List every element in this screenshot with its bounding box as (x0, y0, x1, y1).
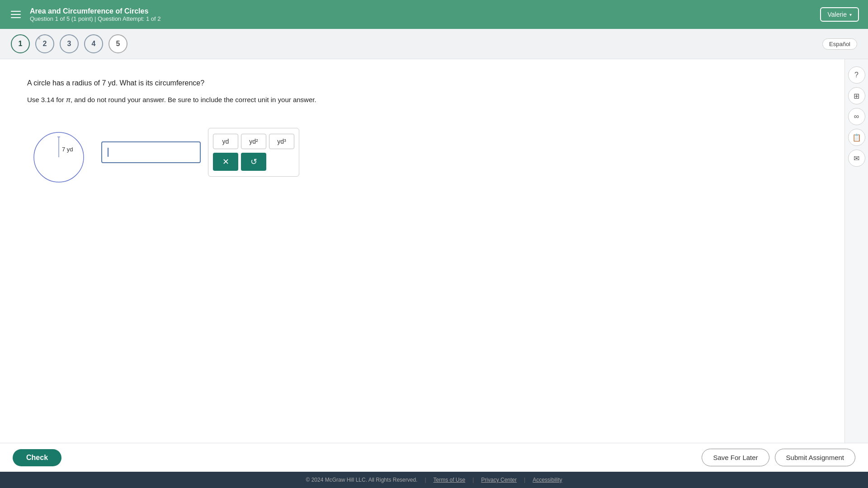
answer-area: 7 yd yd yd² yd³ (27, 123, 817, 187)
clear-icon: ✕ (222, 157, 229, 167)
chevron-down-icon: ▾ (849, 12, 852, 17)
content-wrapper: A circle has a radius of 7 yd. What is i… (0, 59, 868, 443)
notes-icon: 📋 (852, 133, 861, 142)
question-nav-bar: 1 ≡ 2 3 4 5 Español (0, 29, 868, 59)
mail-button[interactable]: ✉ (848, 150, 865, 167)
unit-panel: yd yd² yd³ ✕ ↺ (208, 128, 299, 177)
action-buttons-row: ✕ ↺ (213, 153, 294, 171)
help-icon: ? (854, 71, 859, 79)
bottom-right-buttons: Save For Later Submit Assignment (702, 449, 855, 466)
input-and-units: yd yd² yd³ ✕ ↺ (101, 128, 299, 177)
submit-assignment-button[interactable]: Submit Assignment (775, 449, 855, 466)
user-name: Valerie (827, 11, 847, 18)
help-button[interactable]: ? (848, 66, 865, 84)
terms-link[interactable]: Terms of Use (434, 477, 466, 483)
separator-3: | (524, 477, 525, 483)
answer-input[interactable] (101, 141, 201, 163)
hamburger-button[interactable] (9, 9, 23, 20)
input-units-row: yd yd² yd³ ✕ ↺ (101, 128, 299, 177)
hamburger-line (11, 14, 21, 15)
question-meta: Question 1 of 5 (1 point) | Question Att… (30, 15, 161, 22)
check-button[interactable]: Check (13, 449, 61, 466)
reset-button[interactable]: ↺ (241, 153, 266, 171)
clear-button[interactable]: ✕ (213, 153, 238, 171)
bottom-bar: Check Save For Later Submit Assignment (0, 443, 868, 472)
mail-icon: ✉ (854, 154, 859, 163)
question-bubble-4[interactable]: 4 (84, 34, 103, 53)
q-number-2: 2 (43, 40, 47, 48)
question-bubble-1[interactable]: 1 (11, 34, 30, 53)
hamburger-line (11, 17, 21, 18)
calculator-icon: ⊞ (854, 92, 859, 100)
espanol-button[interactable]: Español (822, 38, 857, 50)
question-area: A circle has a radius of 7 yd. What is i… (0, 59, 844, 443)
infinity-icon: ∞ (854, 113, 859, 121)
header-left: Area and Circumference of Circles Questi… (9, 7, 161, 22)
instruction-text-1: Use 3.14 for (27, 96, 66, 103)
unit-buttons-row: yd yd² yd³ (213, 134, 294, 149)
circle-svg: 7 yd (29, 128, 88, 187)
user-menu-button[interactable]: Valerie ▾ (820, 7, 859, 22)
calculator-button[interactable]: ⊞ (848, 87, 865, 104)
q-number-4: 4 (92, 40, 96, 48)
question-bubble-3[interactable]: 3 (60, 34, 79, 53)
question-instruction: Use 3.14 for π, and do not round your an… (27, 94, 817, 105)
unit-yd3-button[interactable]: yd³ (269, 134, 294, 149)
right-sidebar: ? ⊞ ∞ 📋 ✉ (844, 59, 868, 443)
q-number-1: 1 (19, 40, 23, 48)
svg-text:7 yd: 7 yd (62, 146, 73, 153)
unit-yd2-button[interactable]: yd² (241, 134, 266, 149)
circle-diagram: 7 yd (27, 128, 90, 187)
unit-yd-button[interactable]: yd (213, 134, 238, 149)
reset-icon: ↺ (250, 157, 257, 167)
question-bubble-5[interactable]: 5 (108, 34, 127, 53)
assignment-title: Area and Circumference of Circles (30, 7, 161, 15)
save-for-later-button[interactable]: Save For Later (702, 449, 769, 466)
privacy-link[interactable]: Privacy Center (481, 477, 517, 483)
question-bubbles: 1 ≡ 2 3 4 5 (11, 34, 127, 53)
copyright-text: © 2024 McGraw Hill LLC. All Rights Reser… (306, 477, 417, 483)
q-number-5: 5 (116, 40, 120, 48)
notes-button[interactable]: 📋 (848, 129, 865, 146)
page-footer: © 2024 McGraw Hill LLC. All Rights Reser… (0, 472, 868, 488)
instruction-text-2: , and do not round your answer. Be sure … (71, 96, 316, 103)
question-bubble-2[interactable]: ≡ 2 (35, 34, 54, 53)
question-text: A circle has a radius of 7 yd. What is i… (27, 77, 817, 89)
infinity-button[interactable]: ∞ (848, 108, 865, 125)
hamburger-line (11, 11, 21, 12)
text-cursor (108, 148, 108, 157)
header-title-block: Area and Circumference of Circles Questi… (30, 7, 161, 22)
accessibility-link[interactable]: Accessibility (533, 477, 562, 483)
pi-symbol: π (66, 96, 71, 103)
top-header: Area and Circumference of Circles Questi… (0, 0, 868, 29)
separator-1: | (425, 477, 426, 483)
q-number-3: 3 (67, 40, 71, 48)
separator-2: | (472, 477, 474, 483)
